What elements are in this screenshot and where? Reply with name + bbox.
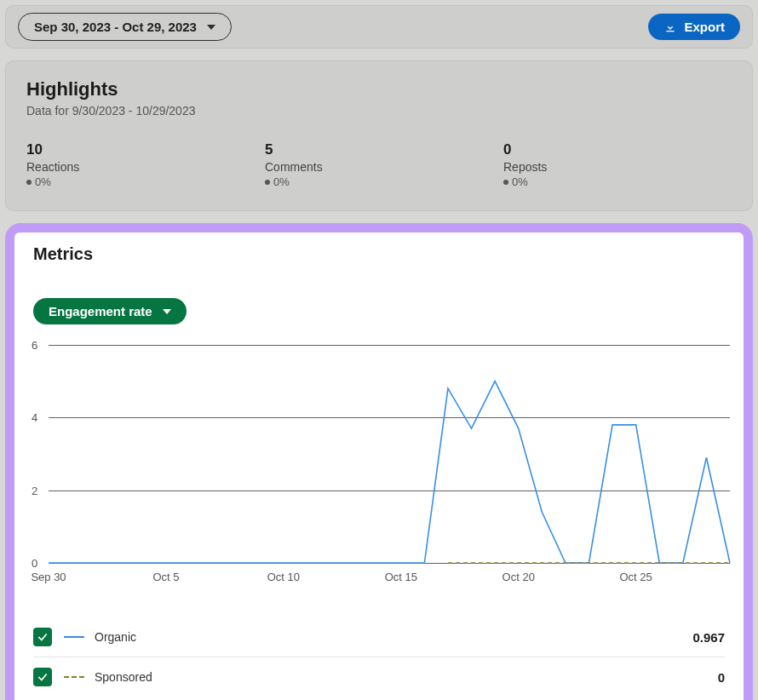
- chevron-down-icon: [163, 309, 171, 314]
- chart-series-svg: [49, 345, 730, 563]
- stat-reposts: 0 Reposts 0%: [503, 141, 742, 188]
- chart-y-tick: 0: [32, 557, 37, 570]
- legend-value: 0: [718, 670, 725, 685]
- check-icon: [37, 671, 49, 683]
- highlights-stats-row: 10 Reactions 0% 5 Comments 0% 0 Reposts …: [26, 141, 732, 188]
- chart-x-tick: Oct 5: [152, 571, 179, 583]
- legend-swatch-organic: [64, 636, 84, 638]
- legend-value: 0.967: [692, 630, 725, 645]
- metrics-chart: 0246Sep 30Oct 5Oct 10Oct 15Oct 20Oct 25: [20, 345, 730, 583]
- stat-label: Reposts: [503, 160, 742, 174]
- download-icon: [663, 20, 677, 34]
- chart-x-tick: Oct 25: [619, 571, 652, 583]
- legend-name: Organic: [95, 630, 136, 644]
- export-label: Export: [684, 20, 725, 34]
- stat-comments: 5 Comments 0%: [265, 141, 503, 188]
- metrics-title: Metrics: [16, 244, 742, 264]
- stat-value: 0: [503, 141, 742, 158]
- legend-checkbox-organic[interactable]: [33, 628, 52, 646]
- date-range-label: Sep 30, 2023 - Oct 29, 2023: [34, 20, 197, 34]
- chart-x-tick: Oct 10: [267, 571, 300, 583]
- legend-checkbox-sponsored[interactable]: [33, 668, 52, 686]
- chart-x-tick: Oct 20: [502, 571, 535, 583]
- highlights-subtitle: Data for 9/30/2023 - 10/29/2023: [26, 104, 732, 118]
- metric-selector-label: Engagement rate: [49, 304, 152, 318]
- chart-y-tick: 2: [32, 484, 37, 496]
- chevron-down-icon: [207, 25, 215, 30]
- chart-x-tick: Oct 15: [385, 571, 417, 583]
- metrics-legend: Organic 0.967 Sponsored 0: [33, 617, 725, 697]
- toolbar: Sep 30, 2023 - Oct 29, 2023 Export: [5, 5, 753, 49]
- legend-name: Sponsored: [95, 670, 152, 684]
- stat-label: Comments: [265, 160, 503, 174]
- check-icon: [37, 631, 49, 643]
- metrics-card: Metrics Engagement rate 0246Sep 30Oct 5O…: [14, 232, 744, 700]
- date-range-button[interactable]: Sep 30, 2023 - Oct 29, 2023: [18, 13, 232, 41]
- stat-value: 5: [265, 141, 503, 158]
- stat-delta: 0%: [26, 175, 265, 188]
- legend-row-sponsored: Sponsored 0: [33, 657, 725, 697]
- chart-y-tick: 4: [32, 411, 37, 424]
- legend-row-organic: Organic 0.967: [33, 617, 725, 657]
- metrics-highlight-frame: Metrics Engagement rate 0246Sep 30Oct 5O…: [5, 223, 753, 700]
- highlights-card: Highlights Data for 9/30/2023 - 10/29/20…: [5, 60, 753, 211]
- highlights-title: Highlights: [26, 78, 732, 100]
- stat-reactions: 10 Reactions 0%: [26, 141, 265, 188]
- stat-delta: 0%: [265, 175, 503, 188]
- metric-selector-button[interactable]: Engagement rate: [33, 298, 187, 324]
- stat-label: Reactions: [26, 160, 265, 174]
- stat-delta: 0%: [503, 175, 742, 188]
- chart-y-tick: 6: [32, 339, 37, 352]
- chart-series-organic: [49, 382, 730, 563]
- chart-x-tick: Sep 30: [31, 571, 66, 583]
- legend-swatch-sponsored: [64, 676, 84, 678]
- export-button[interactable]: Export: [648, 14, 740, 40]
- stat-value: 10: [26, 141, 265, 158]
